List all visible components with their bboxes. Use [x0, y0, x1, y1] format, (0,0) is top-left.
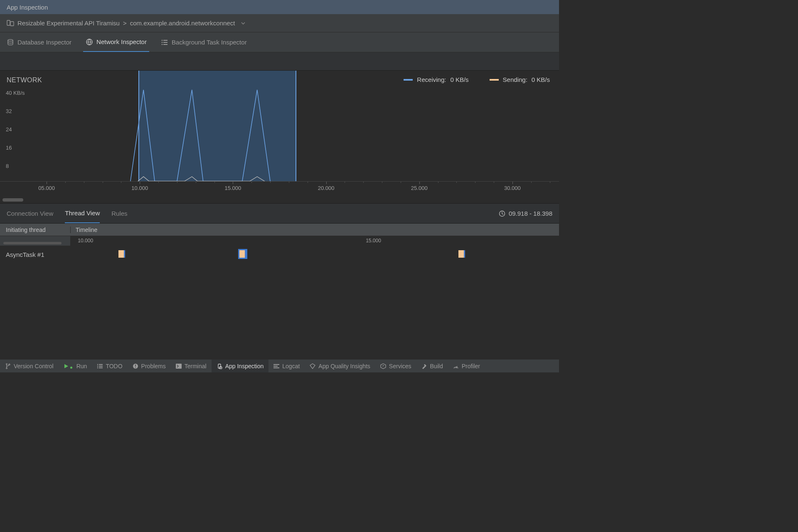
- chart-plot: [0, 71, 559, 181]
- col-timeline[interactable]: Timeline: [71, 227, 559, 233]
- branch-icon: [5, 363, 11, 369]
- timeline-ticks: 10.00015.000: [71, 236, 559, 246]
- status-app-inspection[interactable]: App Inspection: [212, 360, 269, 372]
- thread-columns-header: Initiating thread Timeline: [0, 224, 559, 236]
- chevron-down-icon[interactable]: [241, 21, 246, 26]
- status-logcat[interactable]: Logcat: [268, 360, 305, 372]
- detail-tabs: Connection View Thread View Rules 09.918…: [0, 204, 559, 224]
- gauge-icon: [453, 363, 459, 369]
- svg-rect-21: [135, 367, 136, 368]
- clock-icon: [499, 210, 505, 217]
- svg-point-14: [97, 365, 98, 366]
- inspector-tabs: Database Inspector Network Inspector Bac…: [0, 32, 559, 52]
- breadcrumb-process: com.example.android.networkconnect: [130, 20, 235, 27]
- status-run[interactable]: Run: [59, 360, 92, 372]
- thread-rows: AsyncTask #1: [0, 246, 559, 350]
- request-block[interactable]: [239, 250, 246, 258]
- window-title-bar: App Inspection: [0, 0, 559, 14]
- status-build[interactable]: Build: [416, 360, 448, 372]
- time-range-text: 09.918 - 18.398: [509, 210, 552, 217]
- services-icon: [380, 363, 386, 369]
- tool-window-bar: Version Control Run TODO Problems Termin…: [0, 359, 559, 372]
- breadcrumb-separator: >: [123, 20, 127, 27]
- selection-time-range: 09.918 - 18.398: [499, 210, 552, 217]
- svg-rect-9: [163, 44, 167, 45]
- tab-network-inspector[interactable]: Network Inspector: [83, 32, 149, 52]
- status-label: Terminal: [185, 363, 207, 369]
- play-icon: [64, 364, 69, 369]
- status-label: Version Control: [14, 363, 54, 369]
- thread-column-scrollbar[interactable]: [0, 236, 71, 246]
- tab-database-inspector[interactable]: Database Inspector: [4, 32, 74, 52]
- svg-point-15: [97, 367, 98, 368]
- globe-icon: [86, 38, 93, 46]
- tab-background-task-inspector[interactable]: Background Task Inspector: [158, 32, 249, 52]
- svg-rect-18: [99, 367, 103, 368]
- xtick: 05.000: [38, 185, 55, 191]
- status-label: App Inspection: [225, 363, 264, 369]
- diamond-icon: [310, 363, 315, 369]
- status-label: Build: [430, 363, 443, 369]
- svg-rect-27: [273, 367, 279, 368]
- network-chart[interactable]: NETWORK Receiving: 0 KB/s Sending: 0 KB/…: [0, 71, 559, 204]
- tab-label: Background Task Inspector: [172, 39, 247, 46]
- request-block[interactable]: [118, 250, 125, 258]
- svg-rect-17: [99, 366, 103, 367]
- warning-icon: [133, 363, 138, 369]
- window-title: App Inspection: [7, 4, 48, 11]
- terminal-icon: [176, 364, 182, 369]
- tab-thread-view[interactable]: Thread View: [65, 204, 100, 223]
- status-problems[interactable]: Problems: [128, 360, 171, 372]
- svg-point-2: [8, 39, 13, 41]
- svg-rect-16: [99, 364, 103, 365]
- breadcrumb-device: Resizable Experimental API Tiramisu: [17, 20, 120, 27]
- svg-point-4: [162, 39, 163, 41]
- status-label: Problems: [141, 363, 166, 369]
- status-profiler[interactable]: Profiler: [448, 360, 485, 372]
- status-label: Logcat: [282, 363, 300, 369]
- svg-rect-26: [273, 366, 278, 367]
- svg-rect-7: [163, 40, 167, 41]
- svg-rect-20: [135, 365, 136, 367]
- status-todo[interactable]: TODO: [92, 360, 127, 372]
- xtick: 20.000: [318, 185, 335, 191]
- list-icon: [97, 364, 103, 369]
- thread-row: AsyncTask #1: [0, 246, 559, 263]
- status-version-control[interactable]: Version Control: [0, 360, 59, 372]
- svg-point-13: [97, 364, 98, 365]
- database-icon: [7, 39, 14, 46]
- logcat-icon: [273, 364, 279, 369]
- request-block[interactable]: [458, 250, 465, 258]
- col-initiating-thread[interactable]: Initiating thread: [0, 227, 71, 233]
- status-services[interactable]: Services: [375, 360, 416, 372]
- tab-label: Network Inspector: [96, 38, 147, 45]
- tab-connection-view[interactable]: Connection View: [7, 204, 53, 223]
- xtick: 15.000: [225, 185, 241, 191]
- timeline-tick: 10.000: [78, 238, 93, 244]
- list-icon: [161, 39, 168, 46]
- timeline-tick: 15.000: [366, 238, 381, 244]
- chart-scrollbar[interactable]: [2, 198, 23, 202]
- xtick: 10.000: [131, 185, 148, 191]
- status-label: App Quality Insights: [318, 363, 370, 369]
- status-label: Profiler: [462, 363, 480, 369]
- status-app-quality[interactable]: App Quality Insights: [305, 360, 375, 372]
- xtick: 30.000: [504, 185, 521, 191]
- process-breadcrumb[interactable]: Resizable Experimental API Tiramisu > co…: [0, 14, 559, 32]
- svg-rect-25: [273, 364, 279, 365]
- svg-rect-1: [10, 22, 14, 26]
- svg-point-5: [162, 42, 163, 43]
- status-label: Services: [389, 363, 411, 369]
- chart-xaxis: 05.00010.00015.00020.00025.00030.000: [0, 181, 559, 195]
- inspect-icon: [217, 363, 222, 369]
- thread-lane[interactable]: [71, 246, 559, 263]
- status-label: TODO: [106, 363, 122, 369]
- tab-label: Database Inspector: [17, 39, 71, 46]
- svg-point-6: [162, 44, 163, 45]
- tab-rules[interactable]: Rules: [111, 204, 127, 223]
- timeline-ruler: 10.00015.000: [0, 236, 559, 246]
- status-terminal[interactable]: Terminal: [171, 360, 212, 372]
- toolbar-spacer: [0, 52, 559, 71]
- svg-rect-8: [163, 42, 167, 43]
- xtick: 25.000: [411, 185, 428, 191]
